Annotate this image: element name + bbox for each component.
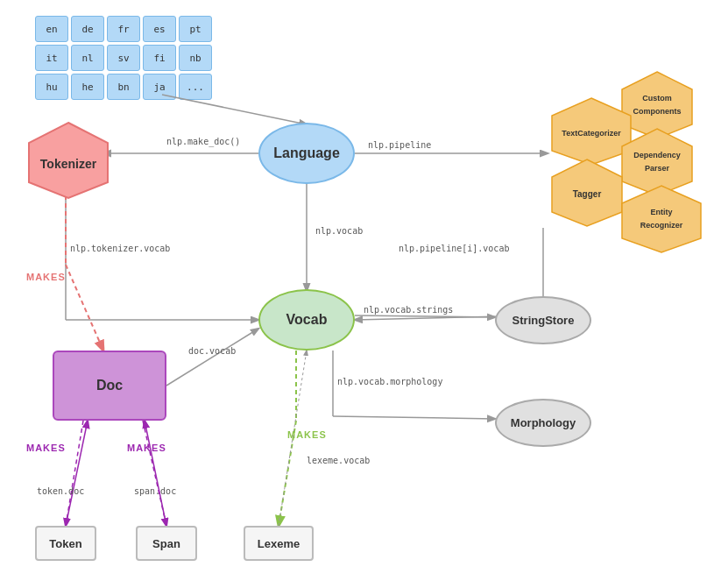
language-codes-grid: en de fr es pt it nl sv fi nb hu he bn j… <box>35 16 212 100</box>
svg-text:Dependency: Dependency <box>633 151 681 159</box>
svg-text:Recognizer: Recognizer <box>640 221 683 230</box>
lang-es: es <box>143 16 176 42</box>
svg-text:Tagger: Tagger <box>573 189 602 199</box>
lexeme-node: Lexeme <box>244 526 314 561</box>
lang-he: he <box>71 74 104 100</box>
svg-text:TextCategorizer: TextCategorizer <box>562 129 621 138</box>
architecture-diagram: en de fr es pt it nl sv fi nb hu he bn j… <box>0 0 721 588</box>
nlp-pipeline-vocab-label: nlp.pipeline[i].vocab <box>399 244 509 253</box>
svg-line-12 <box>66 265 103 351</box>
lang-de: de <box>71 16 104 42</box>
stringstore-node: StringStore <box>495 296 591 344</box>
nlp-pipeline-label: nlp.pipeline <box>368 140 431 150</box>
lang-sv: sv <box>107 45 140 71</box>
svg-text:Entity: Entity <box>650 208 672 216</box>
token-makes-label: MAKES <box>26 443 66 453</box>
svg-text:Custom: Custom <box>642 94 672 103</box>
svg-line-19 <box>145 421 166 526</box>
lang-it: it <box>35 45 68 71</box>
svg-marker-33 <box>622 186 701 252</box>
svg-text:Tokenizer: Tokenizer <box>40 157 97 171</box>
vocab-node: Vocab <box>258 289 355 351</box>
nlp-vocab-morphology-label: nlp.vocab.morphology <box>337 377 442 386</box>
lang-en: en <box>35 16 68 42</box>
svg-text:Parser: Parser <box>645 164 670 173</box>
lang-nl: nl <box>71 45 104 71</box>
morphology-node: Morphology <box>495 399 591 447</box>
nlp-tokenizer-vocab-label: nlp.tokenizer.vocab <box>70 244 170 253</box>
span-node: Span <box>136 526 197 561</box>
span-makes-label: MAKES <box>127 443 166 453</box>
svg-line-10 <box>333 416 495 419</box>
lang-fr: fr <box>107 16 140 42</box>
nlp-vocab-label: nlp.vocab <box>315 226 363 236</box>
lang-fi: fi <box>143 45 176 71</box>
tokenizer-makes-label: MAKES <box>26 272 66 282</box>
svg-line-8 <box>355 315 495 317</box>
lang-etc: ... <box>179 74 212 100</box>
make-doc-label: nlp.make_doc() <box>166 137 240 146</box>
lang-nb: nb <box>179 45 212 71</box>
lang-ja: ja <box>143 74 176 100</box>
vocab-makes-label: MAKES <box>287 429 327 440</box>
nlp-vocab-strings-label: nlp.vocab.strings <box>364 305 453 315</box>
lang-bn: bn <box>107 74 140 100</box>
svg-line-20 <box>143 421 166 526</box>
svg-line-18 <box>66 421 83 526</box>
language-node: Language <box>258 123 355 184</box>
svg-text:Components: Components <box>633 107 682 116</box>
doc-vocab-label: doc.vocab <box>188 346 236 356</box>
lang-pt: pt <box>179 16 212 42</box>
span-doc-label: span.doc <box>134 486 176 496</box>
svg-line-17 <box>66 421 88 526</box>
tokenizer-node: Tokenizer <box>25 121 112 203</box>
token-doc-label: token.doc <box>37 486 84 496</box>
lexeme-vocab-label: lexeme.vocab <box>307 456 370 465</box>
pipeline-cluster: Custom Components TextCategorizer Depend… <box>543 70 710 298</box>
lang-hu: hu <box>35 74 68 100</box>
svg-line-15 <box>166 329 258 386</box>
token-node: Token <box>35 526 96 561</box>
doc-node: Doc <box>53 351 166 421</box>
